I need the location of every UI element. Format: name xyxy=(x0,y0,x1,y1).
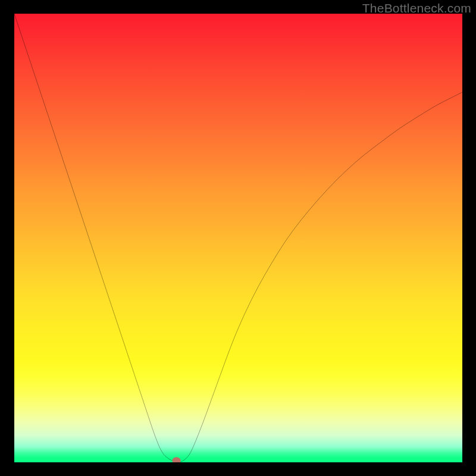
bottleneck-marker xyxy=(172,457,180,462)
chart-plot xyxy=(14,14,462,462)
watermark-text: TheBottleneck.com xyxy=(362,1,471,15)
chart-frame xyxy=(14,14,462,462)
bottleneck-curve-path xyxy=(14,14,462,462)
